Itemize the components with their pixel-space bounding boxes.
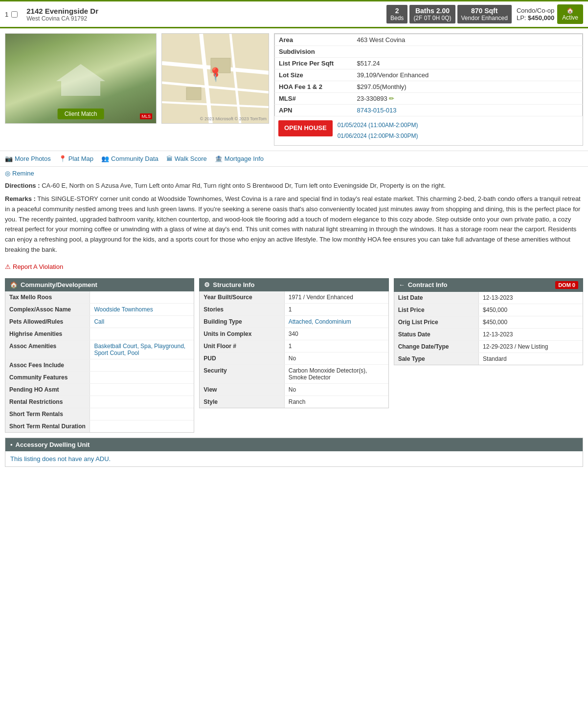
structure-info-body: Year Built/Source 1971 / Vendor Enhanced… (199, 291, 388, 408)
remarks-label: Remarks : (5, 195, 36, 202)
active-label: Active (562, 14, 578, 21)
list-item: Short Term Rentals (5, 408, 194, 420)
directions-text: CA-60 E, North on S Azusa Ave, Turn Left… (42, 182, 446, 189)
mls-row: MLS# 23-330893 ✏ (275, 93, 583, 105)
open-house-button: OPEN HOUSE (278, 120, 333, 136)
adu-title: Accessory Dwelling Unit (16, 441, 90, 448)
map-inner: 📍 📍 © 2023 Microsoft © 2023 TomTom (162, 34, 269, 123)
list-item: Security Carbon Monoxide Detector(s), Sm… (200, 365, 388, 384)
list-item: Sale Type Standard (394, 353, 583, 365)
listing-number: 1 (5, 11, 18, 18)
baths-label: Baths 2.00 (413, 7, 451, 15)
list-item: Pending HO Asmt (5, 384, 194, 396)
svg-rect-10 (186, 88, 201, 100)
description-block: Directions : CA-60 E, North on S Azusa A… (0, 181, 588, 260)
subdivision-value (353, 46, 583, 58)
contract-info-table: ← Contract Info DOM 0 List Date 12-13-20… (394, 278, 583, 433)
open-house-block: OPEN HOUSE 01/05/2024 (11:00AM-2:00PM) 0… (274, 116, 583, 145)
bank-icon: 🏦 (215, 155, 223, 162)
client-match-button[interactable]: Client Match (58, 109, 104, 119)
list-item: Pets Allowed/Rules Call (5, 316, 194, 328)
plat-map-label: Plat Map (68, 155, 93, 162)
action-links-bar: More Photos 📍 Plat Map 👥 Community Data … (0, 151, 588, 167)
list-item: Unit Floor # 1 (200, 340, 388, 353)
report-violation-link[interactable]: ⚠ Report A Violation (0, 260, 588, 273)
area-label: Area (275, 34, 353, 46)
open-house-date1: 01/05/2024 (11:00AM-2:00PM) (338, 120, 418, 131)
address-block: 2142 Eveningside Dr West Covina CA 91792 (26, 7, 382, 22)
sqft-detail: Vendor Enhanced (461, 15, 508, 22)
map-pin: 📍 (208, 67, 223, 81)
top-bar: 1 2142 Eveningside Dr West Covina CA 917… (0, 1, 588, 28)
list-item: Orig List Price $450,000 (394, 316, 583, 329)
list-item: View No (200, 384, 388, 396)
remine-icon: ◎ (5, 170, 10, 177)
baths-badge: Baths 2.00 (2F 0T 0H 0Q) (409, 5, 455, 23)
list-item: Community Features (5, 372, 194, 384)
svg-rect-2 (75, 86, 87, 96)
active-icon: 🏠 (562, 7, 578, 14)
property-type: Condo/Co-op LP: $450,000 (517, 7, 554, 22)
people-icon: 👥 (101, 155, 109, 162)
structure-info-title: Structure Info (213, 281, 254, 288)
apn-row: APN 8743-015-013 (275, 105, 583, 116)
list-item: Tax Mello Roos (5, 291, 194, 304)
open-house-date2: 01/06/2024 (12:00PM-3:00PM) (338, 131, 418, 142)
baths-detail: (2F 0T 0H 0Q) (413, 15, 451, 22)
address-main: 2142 Eveningside Dr (26, 7, 382, 15)
data-tables-section: 🏠 Community/Development Tax Mello Roos C… (0, 273, 588, 438)
list-price-label: LP: (517, 14, 526, 22)
list-item: Rental Restrictions (5, 396, 194, 408)
adu-header: ▪ Accessory Dwelling Unit (5, 438, 583, 451)
list-item: List Date 12-13-2023 (394, 292, 583, 304)
list-item: Complex/Assoc Name Woodside Townhomes (5, 304, 194, 316)
beds-label: Beds (390, 15, 404, 22)
community-dev-header: 🏠 Community/Development (5, 278, 194, 291)
sqft-badge: 870 Sqft Vendor Enhanced (457, 5, 512, 23)
walk-score-link[interactable]: 🏛 Walk Score (166, 155, 207, 162)
edit-mls-icon[interactable]: ✏ (389, 95, 394, 102)
community-dev-table: 🏠 Community/Development Tax Mello Roos C… (5, 278, 194, 433)
mls-number: 23-330893 (357, 95, 387, 102)
home-icon: 🏠 (10, 281, 18, 288)
remine-link[interactable]: ◎ Remine (0, 170, 588, 181)
list-item: Assoc Amenities Basketball Court, Spa, P… (5, 340, 194, 359)
pin-icon: 📍 (59, 155, 67, 162)
map-copyright: © 2023 Microsoft © 2023 TomTom (200, 116, 267, 121)
contract-info-title: Contract Info (408, 281, 448, 288)
contract-icon: ← (399, 281, 405, 288)
contract-info-header: ← Contract Info DOM 0 (394, 278, 583, 292)
apn-value[interactable]: 8743-015-013 (353, 105, 583, 116)
remine-label: Remine (12, 170, 34, 177)
property-badges: 2 Beds Baths 2.00 (2F 0T 0H 0Q) 870 Sqft… (386, 5, 512, 23)
community-data-link[interactable]: 👥 Community Data (101, 155, 158, 162)
more-photos-link[interactable]: More Photos (5, 155, 51, 162)
area-value: 463 West Covina (353, 34, 583, 46)
list-item: PUD No (200, 353, 388, 365)
list-item: Building Type Attached, Condominium (200, 316, 388, 328)
subdivision-label: Subdivision (275, 46, 353, 58)
property-details-table: Area 463 West Covina Subdivision List Pr… (274, 34, 583, 116)
hoa-row: HOA Fee 1 & 2 $297.05(Monthly) (275, 81, 583, 93)
adu-text: This listing does not have any ADU. (10, 455, 111, 463)
mortgage-info-link[interactable]: 🏦 Mortgage Info (215, 155, 264, 162)
directions-label: Directions : (5, 182, 40, 189)
listing-checkbox[interactable] (11, 11, 18, 18)
plat-map-link[interactable]: 📍 Plat Map (59, 155, 93, 162)
apn-link[interactable]: 8743-015-013 (357, 107, 397, 114)
community-dev-body: Tax Mello Roos Complex/Assoc Name Woodsi… (5, 291, 194, 433)
apn-label: APN (275, 105, 353, 116)
property-photo[interactable]: MLS Client Match (5, 33, 157, 124)
list-price-sqft-row: List Price Per Sqft $517.24 (275, 58, 583, 69)
property-map[interactable]: 📍 📍 © 2023 Microsoft © 2023 TomTom (161, 33, 269, 124)
walk-icon: 🏛 (166, 155, 173, 162)
active-badge: 🏠 Active (557, 4, 583, 24)
dom-badge: DOM 0 (555, 281, 578, 289)
hoa-value: $297.05(Monthly) (353, 81, 583, 93)
walk-score-label: Walk Score (175, 155, 207, 162)
list-item: Style Ranch (200, 396, 388, 408)
list-item: Units in Complex 340 (200, 328, 388, 340)
right-detail-panel: Area 463 West Covina Subdivision List Pr… (274, 33, 583, 146)
list-price-sqft-value: $517.24 (353, 58, 583, 69)
camera-icon (5, 155, 13, 162)
